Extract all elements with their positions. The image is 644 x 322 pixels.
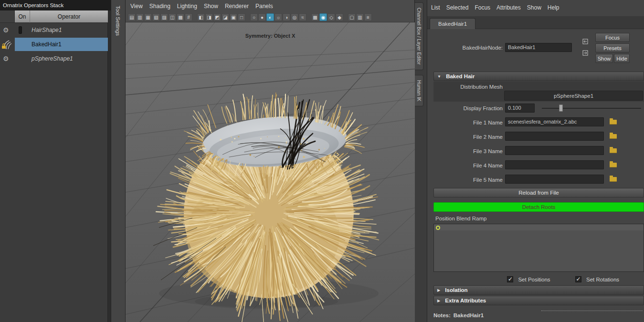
file-name-field[interactable] bbox=[505, 175, 604, 184]
ao-icon[interactable]: ◎ bbox=[291, 13, 298, 21]
stack-scrollbar[interactable] bbox=[107, 10, 111, 322]
browse-button[interactable] bbox=[610, 133, 619, 140]
load-attributes-icon[interactable] bbox=[581, 38, 590, 46]
stack-header-operator: Operator bbox=[30, 10, 108, 23]
two-d-pan-zoom-icon[interactable]: ◫ bbox=[169, 13, 176, 21]
xray-icon[interactable]: ▥ bbox=[356, 13, 364, 21]
operator-name[interactable]: BakedHair1 bbox=[32, 37, 62, 52]
operator-name[interactable]: pSphereShape1 bbox=[32, 52, 73, 66]
attribute-editor-menu-item[interactable]: Help bbox=[548, 4, 560, 11]
display-fraction-slider[interactable] bbox=[542, 108, 641, 109]
viewport-canvas[interactable]: Symmetry: Object X bbox=[126, 22, 415, 322]
file-name-field[interactable] bbox=[505, 146, 604, 155]
hair-guides-icon[interactable] bbox=[19, 26, 22, 34]
camera-attributes-icon[interactable]: ▦ bbox=[144, 13, 152, 21]
safe-title-icon[interactable]: □ bbox=[238, 13, 245, 21]
lights-icon[interactable]: ☼ bbox=[274, 13, 282, 21]
multisample-aa-icon[interactable]: ▩ bbox=[311, 13, 319, 21]
position-blend-ramp[interactable] bbox=[433, 224, 644, 272]
baked-hair-node-field[interactable]: BakedHair1 bbox=[505, 43, 572, 52]
exposure-icon[interactable]: ◇ bbox=[327, 13, 335, 21]
attribute-editor-menu-item[interactable]: Show bbox=[527, 4, 541, 11]
resolution-gate-icon[interactable]: ◨ bbox=[205, 13, 213, 21]
slider-handle[interactable] bbox=[559, 104, 563, 112]
notes-value: BakedHair1 bbox=[454, 312, 484, 318]
sidebar-tab[interactable]: Human IK bbox=[415, 75, 423, 106]
gear-icon[interactable]: ⚙ bbox=[3, 23, 9, 37]
section-baked-hair[interactable]: ▼ Baked Hair bbox=[433, 72, 644, 81]
file-name-row: File 4 Name bbox=[427, 159, 644, 174]
hide-button[interactable]: Hide bbox=[614, 54, 630, 63]
position-blend-ramp-label: Position Blend Ramp bbox=[435, 216, 486, 221]
browse-button[interactable] bbox=[610, 147, 619, 155]
stack-row-bakedhair1[interactable]: BakedHair1 bbox=[0, 37, 108, 52]
attribute-editor-menu-item[interactable]: List bbox=[431, 4, 440, 11]
safe-action-icon[interactable]: ▣ bbox=[230, 13, 237, 21]
viewport-menu-item[interactable]: Show bbox=[204, 3, 218, 10]
film-gate-icon[interactable]: ◧ bbox=[197, 13, 205, 21]
depth-of-field-icon[interactable]: ◉ bbox=[319, 13, 327, 21]
checkbox-label: Set Positions bbox=[518, 277, 550, 282]
viewport-menu-item[interactable]: Lighting bbox=[177, 3, 197, 10]
file-name-rows: File 1 Name scenes\esfera_ornatrix_2.abc… bbox=[427, 116, 644, 188]
folder-icon bbox=[610, 120, 617, 125]
gate-mask-icon[interactable]: ◩ bbox=[213, 13, 221, 21]
attribute-editor-menu-item[interactable]: Selected bbox=[446, 4, 469, 11]
viewport-menu-item[interactable]: Shading bbox=[149, 3, 170, 10]
checkbox-option[interactable]: Set Positions bbox=[507, 275, 550, 283]
file-name-field[interactable] bbox=[505, 160, 604, 169]
gear-icon[interactable]: ⚙ bbox=[3, 52, 9, 66]
viewport-menu-item[interactable]: Renderer bbox=[225, 3, 249, 10]
browse-button[interactable] bbox=[610, 161, 619, 169]
isolate-select-icon[interactable]: ▢ bbox=[348, 13, 356, 21]
chevron-right-icon: ▶ bbox=[437, 286, 440, 295]
attribute-editor-menu-item[interactable]: Attributes bbox=[496, 4, 521, 11]
grease-pencil-icon[interactable]: ▩ bbox=[177, 13, 184, 21]
field-chart-icon[interactable]: ◪ bbox=[222, 13, 229, 21]
attribute-editor-tabbar: BakedHair1 bbox=[427, 16, 644, 29]
show-button[interactable]: Show bbox=[595, 54, 613, 63]
gamma-icon[interactable]: ◆ bbox=[336, 13, 343, 21]
file-name-field[interactable] bbox=[505, 132, 604, 141]
sidebar-tab[interactable]: Channel Box / Layer Editor bbox=[415, 2, 423, 70]
select-camera-icon[interactable]: ▤ bbox=[128, 13, 136, 21]
reload-from-file-button[interactable]: Reload from File bbox=[433, 188, 644, 197]
ramp-control-point[interactable] bbox=[436, 226, 440, 230]
folder-icon bbox=[610, 148, 617, 153]
tool-settings-tab[interactable]: Tool Settings bbox=[115, 6, 121, 36]
motion-blur-icon[interactable]: ≈ bbox=[299, 13, 306, 21]
textured-icon[interactable]: ◐ bbox=[266, 13, 274, 21]
checkbox[interactable] bbox=[507, 276, 513, 282]
viewport-renderer-icon[interactable]: ≡ bbox=[364, 13, 372, 21]
viewport-menu-item[interactable]: View bbox=[130, 3, 143, 10]
wireframe-icon[interactable]: ○ bbox=[250, 13, 258, 21]
section-isolation[interactable]: ▶ Isolation bbox=[433, 285, 644, 295]
file-name-field[interactable]: scenes\esfera_ornatrix_2.abc bbox=[505, 117, 604, 126]
symmetry-indicator: Symmetry: Object X bbox=[126, 33, 415, 39]
section-extra-attributes[interactable]: ▶ Extra Attributes bbox=[433, 296, 644, 305]
presets-button[interactable]: Presets bbox=[595, 43, 630, 52]
browse-button[interactable] bbox=[610, 176, 619, 183]
shadows-icon[interactable]: ◑ bbox=[283, 13, 290, 21]
checkbox-option[interactable]: Set Rotations bbox=[575, 275, 620, 283]
image-plane-icon[interactable]: ▨ bbox=[160, 13, 168, 21]
stack-row-hairshape1[interactable]: ⚙ HairShape1 bbox=[0, 23, 108, 37]
bookmarks-icon[interactable]: ▧ bbox=[152, 13, 160, 21]
browse-button[interactable] bbox=[610, 118, 619, 126]
maya-application-window: Ornatrix Operators Stack On Operator ⚙ H… bbox=[0, 0, 644, 322]
distribution-mesh-button[interactable]: pSphereShape1 bbox=[504, 91, 643, 101]
operator-name[interactable]: HairShape1 bbox=[32, 23, 62, 37]
viewport-menu-item[interactable]: Panels bbox=[255, 3, 273, 10]
attribute-editor-menu-item[interactable]: Focus bbox=[475, 4, 490, 11]
lock-camera-icon[interactable]: ▥ bbox=[136, 13, 144, 21]
checkbox[interactable] bbox=[575, 276, 581, 282]
stack-header-icon-column bbox=[0, 10, 15, 23]
focus-button[interactable]: Focus bbox=[595, 33, 630, 42]
grid-display-icon[interactable]: # bbox=[185, 13, 192, 21]
tab-bakedhair1[interactable]: BakedHair1 bbox=[430, 18, 475, 29]
detach-roots-button[interactable]: Detach Roots bbox=[433, 202, 644, 212]
stack-row-psphereshape1[interactable]: ⚙ pSphereShape1 bbox=[0, 52, 108, 66]
display-fraction-field[interactable]: 0.100 bbox=[505, 104, 535, 113]
copy-tab-icon[interactable] bbox=[581, 49, 590, 58]
shaded-icon[interactable]: ● bbox=[258, 13, 266, 21]
